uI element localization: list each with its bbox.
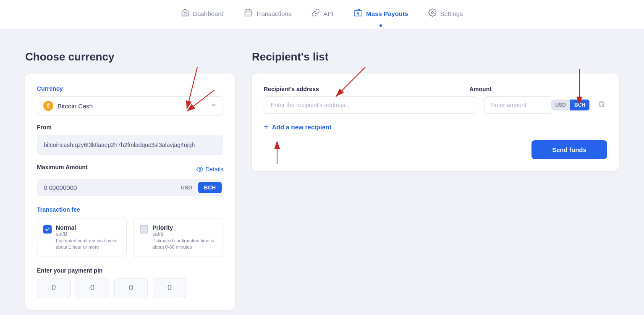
max-amount-value: 0.00000000 xyxy=(37,179,173,196)
nav-dashboard[interactable]: Dashboard xyxy=(181,8,223,21)
max-amount-section: Maximum Amount Details 0.00000000 U xyxy=(37,164,223,196)
currency-card: Currency ₿ Bitcoin Cash From bitco xyxy=(25,74,235,310)
nav-api[interactable]: API xyxy=(312,8,333,21)
pin-label: Enter your payment pin xyxy=(37,267,223,274)
fee-label: Transaction fee xyxy=(37,206,223,213)
fee-priority-option[interactable]: Priority sat/B Estimated confirmation ti… xyxy=(134,218,223,257)
recipients-card: Recipient's address Amount USD xyxy=(252,74,619,171)
nav-settings[interactable]: Settings xyxy=(428,8,463,21)
svg-point-5 xyxy=(357,13,359,14)
bch-badge[interactable]: BCH xyxy=(570,100,589,110)
address-col-header: Recipient's address xyxy=(264,85,463,93)
bch-coin-icon: ₿ xyxy=(43,101,53,111)
from-address: bitcoincash:qzy6t3ktlaaep2h7h2fmladquc3s… xyxy=(37,135,223,155)
from-section: From bitcoincash:qzy6t3ktlaaep2h7h2fmlad… xyxy=(37,124,223,155)
amount-col-header: Amount xyxy=(469,85,587,93)
max-amount-label: Maximum Amount xyxy=(37,164,88,171)
pin-input-3[interactable] xyxy=(114,278,148,298)
nav-transactions[interactable]: Transactions xyxy=(244,8,291,21)
fee-priority-rate: sat/B xyxy=(152,231,217,237)
delete-recipient-btn-1[interactable] xyxy=(596,99,607,112)
recipients-title: Recipient's list xyxy=(252,50,619,63)
bch-toggle-btn[interactable]: BCH xyxy=(198,182,222,193)
details-link[interactable]: Details xyxy=(196,166,223,173)
mass-payouts-icon xyxy=(353,8,363,19)
currency-value: Bitcoin Cash xyxy=(58,102,93,110)
svg-point-8 xyxy=(199,168,201,170)
from-label: From xyxy=(37,124,223,131)
nav-api-label: API xyxy=(323,10,333,17)
api-icon xyxy=(312,8,320,19)
currency-select[interactable]: ₿ Bitcoin Cash xyxy=(37,96,223,116)
transactions-icon xyxy=(244,8,252,19)
fee-normal-option[interactable]: Normal sat/B Estimated confirmation time… xyxy=(37,218,127,257)
svg-rect-0 xyxy=(245,10,251,16)
details-label: Details xyxy=(205,166,223,173)
fee-normal-rate: sat/B xyxy=(56,231,120,237)
fee-normal-desc: Estimated confirmation time is about 1 h… xyxy=(56,238,120,251)
pin-input-1[interactable] xyxy=(37,278,71,298)
nav-settings-label: Settings xyxy=(440,10,463,17)
fee-options: Normal sat/B Estimated confirmation time… xyxy=(37,218,223,257)
recipients-section: Recipient's list Recipient's address Amo… xyxy=(252,50,619,171)
pin-inputs xyxy=(37,278,223,298)
nav-mass-payouts-label: Mass Payouts xyxy=(366,10,408,17)
fee-priority-checkbox xyxy=(140,225,148,234)
fee-priority-name: Priority xyxy=(152,224,217,231)
currency-label: Currency xyxy=(37,85,223,92)
recipients-col-headers: Recipient's address Amount xyxy=(264,85,607,93)
nav-dashboard-label: Dashboard xyxy=(193,10,223,17)
nav-transactions-label: Transactions xyxy=(256,10,291,17)
fee-normal-name: Normal xyxy=(56,224,120,231)
fee-normal-checkbox xyxy=(43,225,52,234)
add-recipient-button[interactable]: + Add a new recipient xyxy=(264,122,331,132)
add-recipient-label: Add a new recipient xyxy=(272,123,332,131)
dashboard-icon xyxy=(181,8,189,19)
settings-icon xyxy=(428,8,437,19)
fee-priority-desc: Estimated confirmation time is about 0-6… xyxy=(152,238,217,251)
usd-badge[interactable]: USD xyxy=(551,100,570,110)
send-funds-button[interactable]: Send funds xyxy=(531,140,607,159)
recipient-amount-input-1[interactable] xyxy=(484,96,551,114)
pin-section: Enter your payment pin xyxy=(37,267,223,298)
pin-input-4[interactable] xyxy=(153,278,186,298)
recipient-address-input-1[interactable] xyxy=(264,96,477,114)
nav-mass-payouts[interactable]: Mass Payouts xyxy=(353,8,408,21)
fee-section: Transaction fee Normal sat/B E xyxy=(37,206,223,257)
top-navigation: Dashboard Transactions API xyxy=(0,0,644,29)
usd-toggle-btn[interactable]: USD xyxy=(175,182,198,193)
recipient-row-1: USD BCH xyxy=(264,96,607,114)
choose-currency-title: Choose currency xyxy=(25,50,235,63)
pin-input-2[interactable] xyxy=(76,278,109,298)
choose-currency-section: Choose currency Currency ₿ Bitcoin Cash xyxy=(25,50,235,310)
max-amount-input-row: 0.00000000 USD BCH xyxy=(37,179,223,196)
currency-badge-group: USD BCH xyxy=(551,100,589,110)
chevron-down-icon xyxy=(210,102,217,110)
send-funds-row: Send funds xyxy=(264,140,607,159)
svg-point-7 xyxy=(432,12,434,14)
plus-icon: + xyxy=(264,122,269,132)
